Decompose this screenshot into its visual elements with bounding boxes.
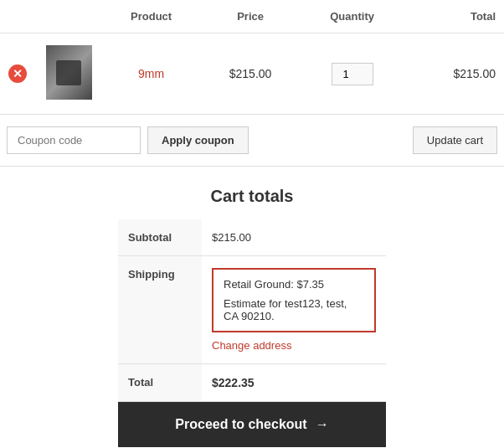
coupon-row: Apply coupon Update cart xyxy=(0,115,504,167)
checkout-button[interactable]: Proceed to checkout → xyxy=(118,402,386,447)
checkout-label: Proceed to checkout xyxy=(175,417,306,432)
shipping-row: Shipping Retail Ground: $7.35 Estimate f… xyxy=(118,256,386,364)
checkout-arrow: → xyxy=(316,417,329,432)
total-value: $222.35 xyxy=(202,364,386,402)
total-label: Total xyxy=(118,364,202,402)
product-image-cell xyxy=(35,33,102,115)
product-total-cell: $215.00 xyxy=(404,33,504,115)
total-row: Total $222.35 xyxy=(118,364,386,402)
subtotal-row: Subtotal $215.00 xyxy=(118,219,386,256)
shipping-label: Shipping xyxy=(118,256,202,364)
subtotal-label: Subtotal xyxy=(118,219,202,256)
product-price-cell: $215.00 xyxy=(200,33,301,115)
table-row: ✕ 9mm $215.00 $215.00 xyxy=(0,33,504,115)
apply-coupon-button[interactable]: Apply coupon xyxy=(147,126,249,154)
cart-table: Product Price Quantity Total ✕ 9mm $215.… xyxy=(0,0,504,115)
shipping-box: Retail Ground: $7.35 Estimate for test12… xyxy=(212,268,376,332)
cart-totals-section: Cart totals Subtotal $215.00 Shipping Re… xyxy=(118,167,386,447)
col-image xyxy=(35,0,102,33)
cart-totals-title: Cart totals xyxy=(211,187,294,206)
shipping-cell: Retail Ground: $7.35 Estimate for test12… xyxy=(202,256,386,364)
remove-item-button[interactable]: ✕ xyxy=(8,64,27,83)
col-product: Product xyxy=(102,0,200,33)
checkout-section: Cart totals Subtotal $215.00 Shipping Re… xyxy=(0,167,504,447)
checkout-btn-wrapper: Proceed to checkout → xyxy=(118,402,386,447)
product-quantity-cell xyxy=(301,33,404,115)
cart-totals-table: Subtotal $215.00 Shipping Retail Ground:… xyxy=(118,219,386,402)
coupon-left: Apply coupon xyxy=(7,126,249,154)
col-total: Total xyxy=(404,0,504,33)
product-thumbnail xyxy=(46,45,92,100)
update-cart-button[interactable]: Update cart xyxy=(413,126,497,154)
change-address-link[interactable]: Change address xyxy=(212,339,376,352)
shipping-estimate: Estimate for test123, test, CA 90210. xyxy=(224,297,364,322)
subtotal-value: $215.00 xyxy=(202,219,386,256)
remove-cell: ✕ xyxy=(0,33,35,115)
product-name-cell: 9mm xyxy=(102,33,200,115)
col-quantity: Quantity xyxy=(301,0,404,33)
quantity-input[interactable] xyxy=(332,63,373,85)
product-link[interactable]: 9mm xyxy=(138,67,164,80)
col-remove xyxy=(0,0,35,33)
col-price: Price xyxy=(200,0,301,33)
coupon-input[interactable] xyxy=(7,126,141,154)
shipping-method: Retail Ground: $7.35 xyxy=(224,278,364,291)
